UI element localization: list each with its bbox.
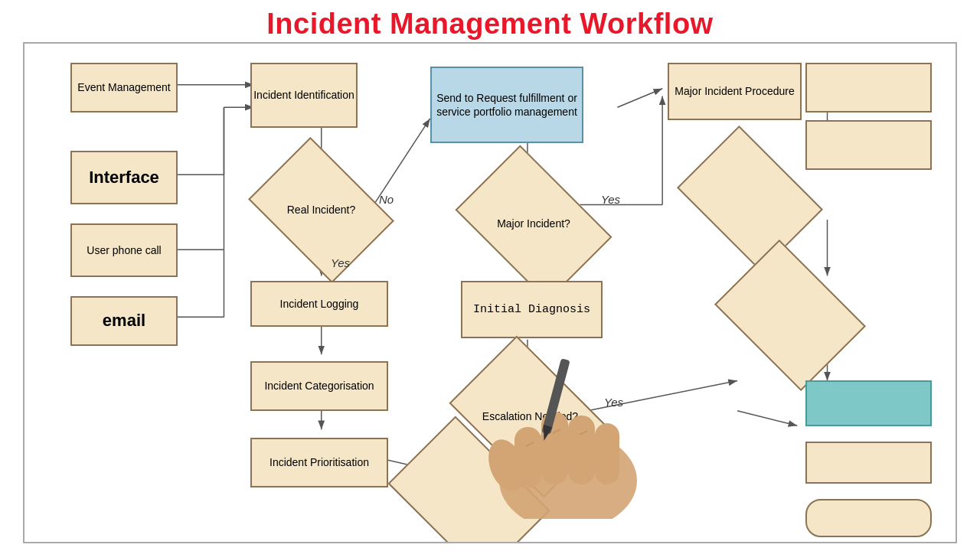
send-to-request-box: Send to Request fulfillment or service p…	[430, 67, 583, 143]
right-diamond-2	[729, 269, 851, 361]
major-incident-procedure-box: Major Incident Procedure	[668, 63, 802, 120]
svg-line-15	[617, 89, 662, 107]
initial-diagnosis-box: Initial Diagnosis	[461, 281, 603, 338]
event-management-box: Event Management	[70, 63, 178, 112]
page-title: Incident Management Workflow	[0, 0, 980, 47]
interface-box: Interface	[70, 151, 178, 204]
right-teal-box	[805, 380, 932, 426]
real-incident-no-label: No	[379, 193, 394, 206]
major-incident-yes-label: Yes	[601, 193, 620, 206]
major-incident-diamond: Major Incident?	[469, 178, 599, 269]
svg-line-26	[737, 411, 797, 426]
real-incident-diamond: Real Incident?	[262, 166, 381, 254]
incident-identification-box: Incident Identification	[250, 63, 358, 128]
right-bottom-box-1	[805, 442, 932, 484]
escalation-yes-label: Yes	[604, 396, 623, 409]
right-bottom-box-2	[805, 499, 932, 537]
diagram-area: Event Management Interface User phone ca…	[23, 42, 957, 543]
email-box: email	[70, 296, 178, 346]
real-incident-yes-label: Yes	[331, 256, 350, 269]
incident-categorisation-box: Incident Categorisation	[250, 361, 388, 411]
right-box-top-1	[805, 63, 932, 112]
right-diamond-1	[691, 155, 809, 243]
right-box-top-2	[805, 120, 932, 170]
bottom-left-diamond	[402, 449, 536, 543]
incident-logging-box: Incident Logging	[250, 281, 388, 327]
user-phone-call-box: User phone call	[70, 223, 178, 277]
incident-prioritisation-box: Incident Prioritisation	[250, 438, 388, 487]
svg-line-10	[374, 119, 430, 205]
